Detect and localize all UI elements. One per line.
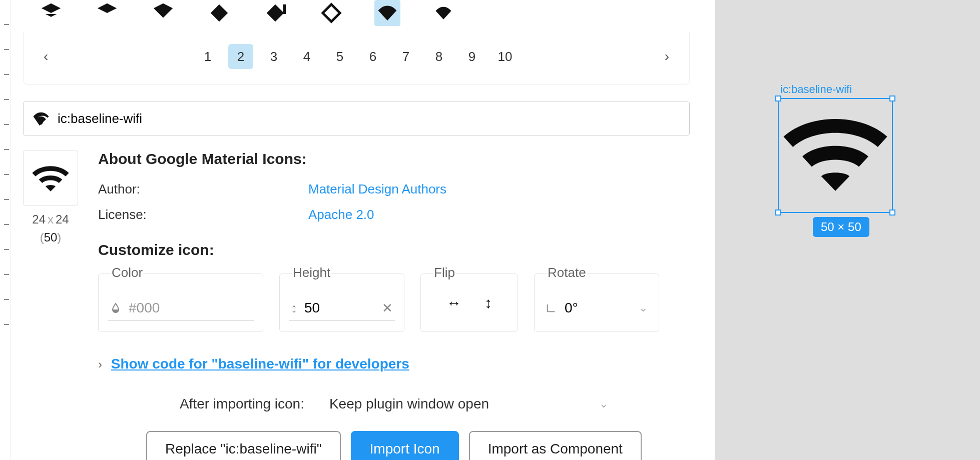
- selection-frame[interactable]: [778, 98, 893, 213]
- layer-name[interactable]: ic:baseline-wifi: [780, 83, 852, 96]
- height-control[interactable]: Height ↕ 50 ✕: [279, 274, 404, 332]
- vertical-arrows-icon: ↕: [291, 300, 297, 316]
- height-value: 50: [304, 300, 320, 316]
- import-component-button[interactable]: Import as Component: [469, 431, 642, 460]
- wifi-icon: [779, 99, 892, 212]
- angle-icon: [546, 302, 557, 314]
- wifi-icon: [33, 110, 50, 127]
- resize-handle[interactable]: [775, 96, 781, 102]
- wifi-icon: [31, 158, 71, 198]
- preview-column: 24x24 (50): [23, 150, 78, 460]
- icon-cell-selected[interactable]: [374, 0, 400, 26]
- page-prev[interactable]: ‹: [34, 48, 58, 64]
- page-1[interactable]: 1: [195, 44, 220, 69]
- preview-box: [23, 150, 78, 206]
- plugin-panel: ‹ 12345678910 › ic:baseline-wifi 24x24 (…: [11, 0, 715, 460]
- page-10[interactable]: 10: [493, 44, 518, 69]
- canvas-panel[interactable]: ic:baseline-wifi 50 × 50: [715, 0, 980, 460]
- resize-handle[interactable]: [775, 210, 781, 216]
- flip-label: Flip: [433, 265, 456, 280]
- author-label: Author:: [98, 182, 308, 197]
- icon-cell[interactable]: [206, 0, 232, 26]
- icon-cell[interactable]: [150, 0, 176, 26]
- resize-handle[interactable]: [889, 210, 895, 216]
- rotate-value: 0°: [565, 300, 578, 316]
- size-badge: 50 × 50: [813, 217, 869, 237]
- page-2[interactable]: 2: [228, 44, 253, 69]
- about-heading: About Google Material Icons:: [98, 150, 690, 168]
- icon-cell[interactable]: [262, 0, 288, 26]
- chevron-down-icon[interactable]: ⌄: [639, 302, 648, 314]
- rotate-label: Rotate: [547, 265, 587, 280]
- icon-cell[interactable]: [318, 0, 344, 26]
- flip-horizontal-icon[interactable]: ↔: [446, 294, 461, 312]
- resize-handle[interactable]: [889, 96, 895, 102]
- page-6[interactable]: 6: [360, 44, 385, 69]
- page-8[interactable]: 8: [426, 44, 451, 69]
- chevron-down-icon: ⌄: [599, 398, 608, 410]
- page-5[interactable]: 5: [327, 44, 352, 69]
- height-label: Height: [292, 265, 331, 280]
- native-dims: 24x24: [23, 212, 78, 226]
- pagination: ‹ 12345678910 ›: [23, 32, 690, 84]
- show-code-link[interactable]: Show code for "baseline-wifi" for develo…: [111, 356, 409, 372]
- ruler-strip: [0, 0, 11, 460]
- icon-name-text: ic:baseline-wifi: [58, 111, 142, 126]
- flip-control: Flip ↔ ↕: [420, 274, 518, 332]
- color-label: Color: [111, 265, 144, 280]
- color-control[interactable]: Color #000: [98, 274, 263, 332]
- show-code-toggle[interactable]: › Show code for "baseline-wifi" for deve…: [98, 356, 690, 372]
- chevron-right-icon: ›: [98, 358, 102, 371]
- customize-heading: Customize icon:: [98, 242, 690, 258]
- icon-cell[interactable]: [38, 0, 64, 26]
- clear-icon[interactable]: ✕: [382, 300, 393, 316]
- color-value: #000: [129, 300, 160, 316]
- page-9[interactable]: 9: [459, 44, 484, 69]
- icon-grid-row: [23, 0, 715, 32]
- after-import-label: After importing icon:: [180, 396, 304, 412]
- import-button[interactable]: Import Icon: [351, 431, 459, 460]
- page-next[interactable]: ›: [655, 48, 679, 64]
- author-link[interactable]: Material Design Authors: [308, 182, 446, 196]
- icon-cell[interactable]: [94, 0, 120, 26]
- page-3[interactable]: 3: [261, 44, 286, 69]
- icon-cell[interactable]: [430, 0, 456, 26]
- page-4[interactable]: 4: [294, 44, 319, 69]
- rotate-control[interactable]: Rotate 0° ⌄: [534, 274, 659, 332]
- license-link[interactable]: Apache 2.0: [308, 207, 374, 222]
- after-import-select[interactable]: Keep plugin window open ⌄: [329, 396, 608, 412]
- drop-icon: [110, 302, 122, 314]
- license-label: License:: [98, 207, 308, 222]
- icon-name-bar[interactable]: ic:baseline-wifi: [23, 102, 690, 136]
- scaled-size: (50): [23, 230, 78, 244]
- replace-button[interactable]: Replace "ic:baseline-wifi": [146, 431, 340, 460]
- after-import-value: Keep plugin window open: [329, 396, 489, 412]
- page-7[interactable]: 7: [393, 44, 418, 69]
- svg-rect-0: [283, 4, 286, 14]
- flip-vertical-icon[interactable]: ↕: [484, 294, 492, 312]
